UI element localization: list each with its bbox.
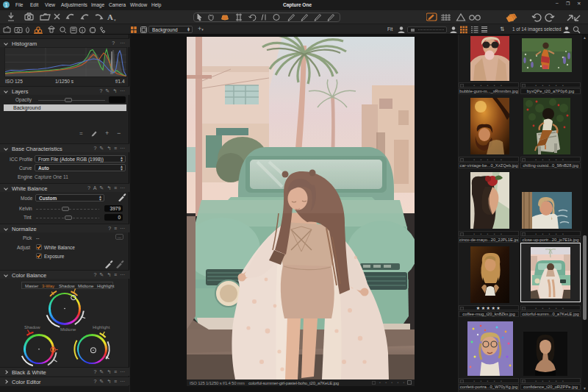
svg-text:A: A — [107, 13, 113, 21]
svg-text:▾: ▾ — [114, 18, 116, 22]
